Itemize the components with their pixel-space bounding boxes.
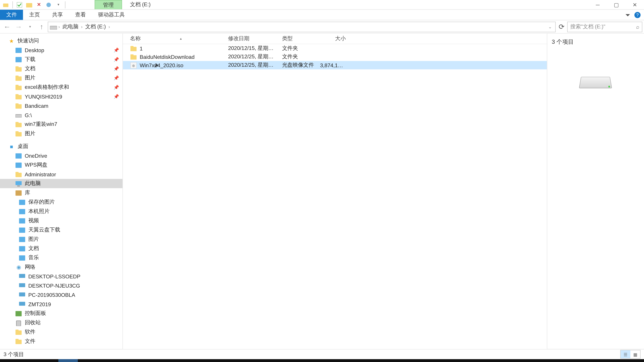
start-button[interactable] (0, 359, 20, 362)
view-details-button[interactable]: ☰ (621, 350, 630, 358)
nav-quick-item[interactable]: 图片 (0, 129, 122, 138)
app-icon[interactable] (2, 1, 10, 8)
refresh-button[interactable]: ⟳ (556, 22, 566, 31)
nav-quick-item[interactable]: G:\ (0, 110, 122, 120)
nav-desktop-item[interactable]: WPS网盘 (0, 160, 122, 170)
column-header-size[interactable]: 大小 (320, 35, 347, 42)
nav-label: 文档 (25, 65, 36, 72)
nav-quick-item[interactable]: win7重装win7 (0, 120, 122, 129)
column-header-type[interactable]: 类型 (275, 35, 320, 42)
nav-extra-item[interactable]: 回收站 (0, 318, 122, 327)
maximize-button[interactable]: ▢ (607, 0, 626, 9)
nav-label: 此电脑 (25, 180, 41, 187)
address-bar[interactable]: › 此电脑 › 文档 (E:) › ⌄ (48, 21, 556, 32)
nav-library-item[interactable]: 视频 (0, 216, 122, 225)
search-icon[interactable]: ⌕ (636, 24, 639, 30)
nav-quick-item[interactable]: 图片📌 (0, 73, 122, 83)
taskbar: ^ 🔊 中 ⚑ 16:32 2020/12/25, 星期五 3 (0, 359, 644, 362)
contextual-tab-manage[interactable]: 管理 (94, 0, 122, 9)
nav-library-item[interactable]: 天翼云盘下载 (0, 225, 122, 234)
qat-dropdown-icon[interactable]: ▾ (54, 1, 62, 8)
column-header-name[interactable]: 名称▴ (123, 35, 221, 42)
nav-label: 桌面 (18, 143, 28, 150)
navigation-pane[interactable]: ★ 快速访问 Desktop📌下载📌文档📌图片📌excel表格制作求和📌YUNQ… (0, 33, 123, 349)
nav-desktop[interactable]: ■ 桌面 (0, 142, 122, 151)
nav-library-item[interactable]: 保存的图片 (0, 197, 122, 207)
folder-icon (15, 112, 22, 119)
qat-checkbox-icon[interactable] (16, 1, 23, 8)
breadcrumb-current[interactable]: 文档 (E:) (84, 23, 107, 30)
library-icon (18, 226, 26, 233)
file-list[interactable]: 12020/12/15, 星期二 1...文件夹BaiduNetdiskDown… (123, 44, 547, 69)
nav-extra-item[interactable]: 控制面板 (0, 309, 122, 318)
column-header-date[interactable]: 修改日期 (221, 35, 275, 42)
folder-icon (15, 56, 22, 63)
nav-quick-item[interactable]: 下载📌 (0, 55, 122, 64)
help-icon[interactable]: ? (634, 11, 641, 19)
nav-extra-item[interactable]: 软件 (0, 327, 122, 337)
pin-icon: 📌 (114, 94, 119, 99)
ribbon-tab-view[interactable]: 查看 (69, 10, 92, 20)
pin-icon: 📌 (114, 76, 119, 80)
qat-properties-icon[interactable] (44, 1, 52, 8)
nav-desktop-item[interactable]: Administrator (0, 170, 122, 179)
nav-extra-item[interactable]: 文件 (0, 337, 122, 346)
taskbar-clock[interactable]: 16:32 2020/12/25, 星期五 (585, 361, 629, 362)
title-location: 文档 (E:) (122, 0, 159, 9)
nav-label: 图片 (28, 236, 39, 243)
file-row[interactable]: BaiduNetdiskDownload2020/12/25, 星期五 1...… (123, 53, 547, 61)
qat-delete-icon[interactable]: ✕ (35, 1, 43, 8)
nav-library-item[interactable]: 文档 (0, 244, 122, 253)
nav-quick-item[interactable]: YUNQISHI2019📌 (0, 92, 122, 101)
nav-network-item[interactable]: PC-20190530OBLA (0, 290, 122, 300)
svg-rect-10 (16, 75, 18, 77)
nav-desktop-item[interactable]: OneDrive (0, 151, 122, 160)
view-icons-button[interactable]: ▦ (630, 350, 640, 358)
ribbon-expand-icon[interactable] (624, 11, 632, 19)
nav-quick-item[interactable]: 文档📌 (0, 64, 122, 73)
task-view-button[interactable] (39, 359, 58, 362)
ribbon-tab-drivetools[interactable]: 驱动器工具 (92, 10, 131, 20)
nav-library-item[interactable]: 本机照片 (0, 207, 122, 216)
chevron-right-icon[interactable]: › (58, 24, 60, 29)
qat-folder-icon[interactable] (25, 1, 33, 8)
ribbon-tab-home[interactable]: 主页 (23, 10, 46, 20)
nav-network[interactable]: ◉ 网络 (0, 263, 122, 272)
recent-dropdown-icon[interactable]: ▾ (25, 21, 36, 32)
nav-label: DESKTOP-NJEU3CG (28, 283, 80, 289)
nav-quick-item[interactable]: excel表格制作求和📌 (0, 83, 122, 92)
folder-icon (15, 93, 22, 100)
svg-point-51 (132, 64, 135, 67)
nav-network-item[interactable]: ZMT2019 (0, 300, 122, 309)
forward-button[interactable]: → (13, 21, 24, 32)
nav-network-item[interactable]: DESKTOP-NJEU3CG (0, 281, 122, 290)
nav-quick-item[interactable]: Bandicam (0, 101, 122, 110)
breadcrumb-this-pc[interactable]: 此电脑 (61, 23, 80, 30)
minimize-button[interactable]: ─ (588, 0, 607, 9)
nav-library-item[interactable]: 音乐 (0, 253, 122, 262)
taskbar-explorer-button[interactable] (58, 359, 78, 362)
nav-quick-access[interactable]: ★ 快速访问 (0, 36, 122, 45)
file-size: 3,874,126... (320, 62, 347, 68)
nav-desktop-item[interactable]: 库 (0, 188, 122, 197)
nav-network-item[interactable]: DESKTOP-LSSOEDP (0, 272, 122, 281)
computer-icon (18, 291, 26, 298)
ribbon-tab-share[interactable]: 共享 (46, 10, 69, 20)
nav-quick-item[interactable]: Desktop📌 (0, 45, 122, 55)
file-list-pane: 名称▴ 修改日期 类型 大小 12020/12/15, 星期二 1...文件夹B… (123, 33, 547, 349)
chevron-right-icon[interactable]: › (81, 24, 83, 29)
file-row[interactable]: Win7x64_2020.iso2020/12/25, 星期五 1...光盘映像… (123, 61, 547, 69)
address-dropdown-icon[interactable]: ⌄ (546, 24, 554, 29)
file-row[interactable]: 12020/12/15, 星期二 1...文件夹 (123, 44, 547, 53)
nav-library-item[interactable]: 图片 (0, 235, 122, 244)
up-button[interactable]: ↑ (36, 21, 47, 32)
file-type: 光盘映像文件 (275, 61, 320, 69)
search-input[interactable]: 搜索"文档 (E:)" ⌕ (567, 21, 642, 32)
taskbar-search-button[interactable] (20, 359, 39, 362)
nav-desktop-item[interactable]: 此电脑 (0, 179, 122, 188)
address-bar-row: ← → ▾ ↑ › 此电脑 › 文档 (E:) › ⌄ ⟳ 搜索"文档 (E:)… (0, 20, 644, 33)
chevron-right-icon[interactable]: › (108, 24, 110, 29)
back-button[interactable]: ← (2, 21, 12, 32)
ribbon-file-tab[interactable]: 文件 (0, 10, 23, 20)
close-button[interactable]: ✕ (626, 0, 644, 9)
